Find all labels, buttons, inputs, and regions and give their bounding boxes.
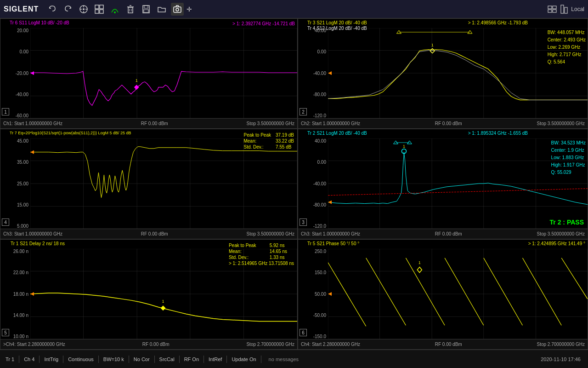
panel-3-chart <box>30 138 297 229</box>
svg-text:1: 1 <box>418 260 421 265</box>
svg-rect-6 <box>95 5 99 9</box>
panel-1-num: 1 <box>2 108 9 115</box>
panel-6: 6 Tr 5 S21 Phase 50 °/ 50 ° > 1: 2.42489… <box>298 239 588 350</box>
svg-line-116 <box>406 258 445 326</box>
panel-2-bw-box: BW: 448.057 MHz Center: 2.493 GHz Low: 2… <box>548 29 586 66</box>
panel-3-stats: Peak to Peak37.19 dB Mean:33.22 dB Std. … <box>243 132 295 150</box>
svg-line-82 <box>328 189 588 196</box>
svg-marker-55 <box>396 30 401 34</box>
svg-marker-70 <box>30 150 34 154</box>
svg-text:1: 1 <box>136 78 138 83</box>
panel-1-title: Tr 6 S11 LogM 10 dB/ -20 dB <box>10 20 69 25</box>
svg-line-119 <box>523 258 562 326</box>
svg-point-10 <box>114 12 116 13</box>
panel-4-yaxis: 40.00 0.00 -40.00 -80.00 -120.0 <box>298 138 328 229</box>
panel-6-title: Tr 5 S21 Phase 50 °/ 50 ° <box>307 241 359 246</box>
statusbar-intref[interactable]: IntRef <box>204 356 227 363</box>
svg-marker-38 <box>134 85 139 90</box>
svg-rect-8 <box>95 10 99 13</box>
svg-rect-17 <box>144 6 148 8</box>
redo-button[interactable] <box>62 3 74 16</box>
panel-4-pass: Tr 2 : PASS <box>550 218 584 226</box>
panel-3-num: 4 <box>2 218 9 226</box>
svg-marker-86 <box>407 141 412 144</box>
panel-1: 1 Tr 6 S11 LogM 10 dB/ -20 dB > 1: 2.392… <box>0 18 298 129</box>
svg-marker-56 <box>468 30 472 34</box>
panel-4-footer: Ch3: Start 1.000000000 GHz RF 0.00 dBm S… <box>298 229 588 239</box>
panel-5-yaxis: 26.00 n 22.00 n 18.00 n 14.00 n 10.00 n <box>0 249 30 339</box>
save-button[interactable] <box>140 3 153 16</box>
svg-rect-25 <box>561 5 564 13</box>
undo-button[interactable] <box>46 3 59 16</box>
svg-rect-26 <box>565 7 567 13</box>
statusbar-nocor[interactable]: No Cor <box>129 356 155 363</box>
local-info: Local <box>547 4 584 14</box>
local-label: Local <box>571 6 584 12</box>
panel-4-title: Tr 2 S21 LogM 20 dB/ -40 dB <box>307 131 367 136</box>
svg-line-120 <box>561 258 588 299</box>
screenshot-button[interactable] <box>171 3 184 16</box>
statusbar-rfon[interactable]: RF On <box>180 356 204 363</box>
panel-3-footer: Ch3: Start 1.000000000 GHz RF 0.00 dBm S… <box>0 229 297 239</box>
statusbar-time: 2020-11-10 17:46 <box>537 356 584 362</box>
svg-rect-22 <box>553 6 556 9</box>
signal-button[interactable] <box>108 3 121 16</box>
panel-3-yaxis: 45.00 35.00 25.00 15.00 5.000 <box>0 138 30 229</box>
svg-text:1: 1 <box>162 299 164 304</box>
panel-5-stats: Peak to Peak5.92 ns Mean:14.65 ns Std. D… <box>228 242 295 267</box>
svg-rect-19 <box>174 7 181 12</box>
panel-4-marker: > 1: 1.895324 GHz -1.655 dB <box>468 131 528 136</box>
statusbar-messages: no messages <box>261 356 537 362</box>
panel-6-num: 6 <box>300 329 307 336</box>
svg-rect-11 <box>128 7 133 13</box>
statusbar-continuous[interactable]: Continuous <box>63 356 99 363</box>
panel-3-title: Tr 7 Eq=20*log10(S21/sqrt(1-pow(abs(S11)… <box>10 131 131 135</box>
panel-2: 2 Tr 3 S21 LogM 20 dB/ -40 dB Tr 4 S12 L… <box>298 18 588 129</box>
svg-line-117 <box>445 258 484 326</box>
panel-4-num: 3 <box>300 218 307 226</box>
panel-4-chart: 1 <box>328 138 588 229</box>
panel-6-yaxis: 250.0 150.0 50.00 -50.00 -150.0 <box>298 249 328 339</box>
svg-rect-24 <box>553 10 556 12</box>
toolbar: SIGLENT <box>0 0 588 18</box>
svg-text:1: 1 <box>403 144 405 149</box>
screen-layout-button[interactable] <box>93 3 106 16</box>
statusbar-tr1[interactable]: Tr 1 <box>4 356 19 363</box>
svg-marker-85 <box>393 141 398 144</box>
svg-rect-7 <box>100 5 103 9</box>
svg-text:1: 1 <box>431 43 434 47</box>
cal-button[interactable] <box>77 3 90 16</box>
svg-marker-121 <box>417 267 422 273</box>
svg-point-5 <box>83 8 85 10</box>
svg-marker-88 <box>328 201 332 204</box>
svg-rect-23 <box>548 10 552 12</box>
svg-line-115 <box>366 258 406 326</box>
panel-6-chart: 1 <box>328 249 588 339</box>
panel-1-yaxis: 20.00 0.00 -20.00 -40.00 -60.00 <box>0 28 30 118</box>
svg-rect-18 <box>144 10 148 12</box>
svg-marker-123 <box>328 292 332 296</box>
siglent-logo: SIGLENT <box>4 5 39 13</box>
panel-3: 4 Tr 7 Eq=20*log10(S21/sqrt(1-pow(abs(S1… <box>0 129 298 239</box>
statusbar-bw[interactable]: BW=10 k <box>99 356 129 363</box>
panel-2-yaxis: 40.00 0.00 -40.00 -80.00 -120.0 <box>298 28 328 118</box>
delete-button[interactable] <box>124 3 137 16</box>
svg-rect-9 <box>100 10 103 13</box>
statusbar-ch4[interactable]: Ch 4 <box>19 356 40 363</box>
statusbar-updateon[interactable]: Update On <box>227 356 261 363</box>
panel-5-num: 5 <box>2 329 9 336</box>
panel-4-bw-box: BW: 34.523 MHz Center: 1.9 GHz Low: 1.88… <box>551 139 586 176</box>
panel-6-footer: Ch4: Start 2.280000000 GHz RF 0.00 dBm S… <box>298 339 588 349</box>
svg-marker-102 <box>30 292 34 296</box>
panel-2-title-tr3: Tr 3 S21 LogM 20 dB/ -40 dB <box>307 20 367 25</box>
statusbar-srccal[interactable]: SrcCal <box>155 356 180 363</box>
svg-marker-58 <box>328 71 332 75</box>
statusbar: Tr 1 Ch 4 IntTrig Continuous BW=10 k No … <box>0 350 588 368</box>
panel-1-footer: Ch1: Start 1.000000000 GHz RF 0.00 dBm S… <box>0 118 297 128</box>
open-button[interactable] <box>155 3 168 16</box>
statusbar-inttrig[interactable]: IntTrig <box>40 356 63 363</box>
svg-marker-40 <box>30 71 34 75</box>
panel-1-marker: > 1: 2.392774 GHz -14.721 dB <box>232 21 295 26</box>
panel-2-footer: Ch2: Start 1.000000000 GHz RF 0.00 dBm S… <box>298 118 588 128</box>
svg-marker-100 <box>161 306 165 310</box>
